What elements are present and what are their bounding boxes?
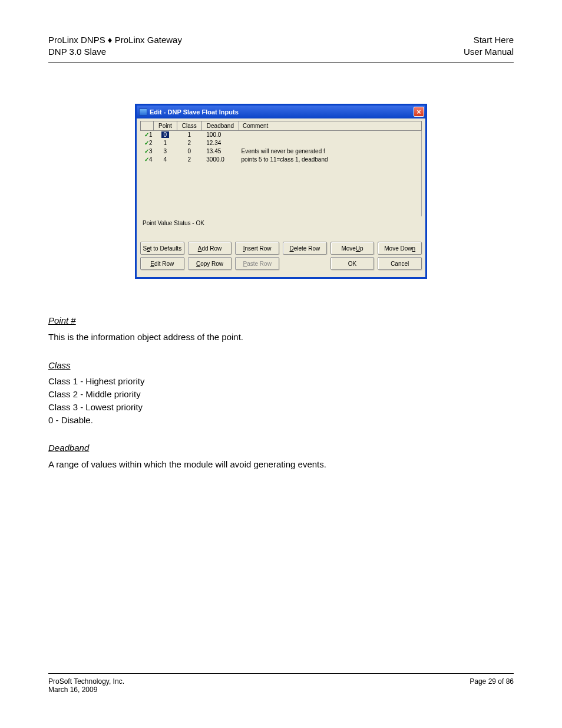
edit-row-button[interactable]: Edit Row (140, 257, 184, 270)
paste-row-button[interactable]: Paste Row (235, 257, 279, 270)
body-text: Point # This is the information object a… (48, 314, 514, 471)
check-icon: ✓ (144, 156, 149, 163)
copy-row-button[interactable]: Copy Row (188, 257, 232, 270)
footer-page: Page 29 of 86 (470, 677, 514, 694)
footer-company: ProSoft Technology, Inc. (48, 677, 124, 686)
window-title: Edit - DNP Slave Float Inputs (150, 108, 239, 116)
status-text: Point Value Status - OK (137, 216, 425, 242)
page-footer: ProSoft Technology, Inc. March 16, 2009 … (48, 673, 514, 694)
check-icon: ✓ (144, 140, 149, 146)
titlebar: Edit - DNP Slave Float Inputs × (137, 106, 425, 118)
col-deadband[interactable]: Deadband (201, 121, 239, 130)
move-up-button[interactable]: Move Up (330, 242, 375, 255)
selected-cell: 0 (161, 131, 170, 138)
header-product: ProLinx DNPS ♦ ProLinx Gateway (48, 34, 182, 46)
heading-class: Class (48, 359, 514, 372)
para-class-1: Class 1 - Highest priority (48, 375, 514, 388)
para-deadband: A range of values within which the modul… (48, 458, 514, 471)
data-grid[interactable]: Point Class Deadband Comment ✓1 0 1 100.… (140, 121, 422, 217)
header-section: Start Here (464, 34, 514, 46)
table-row[interactable]: ✓4 4 2 3000.0 points 5 to 11=class 1, de… (141, 155, 422, 163)
header-doc: User Manual (464, 46, 514, 58)
header-right: Start Here User Manual (464, 34, 514, 58)
col-point[interactable]: Point (154, 121, 177, 130)
header-left: ProLinx DNPS ♦ ProLinx Gateway DNP 3.0 S… (48, 34, 182, 58)
para-class-3: Class 3 - Lowest priority (48, 401, 514, 414)
para-class-4: 0 - Disable. (48, 414, 514, 427)
close-icon: × (416, 108, 421, 116)
table-row[interactable]: ✓1 0 1 100.0 (141, 130, 422, 139)
check-icon: ✓ (144, 131, 149, 138)
col-blank[interactable] (141, 121, 154, 130)
ok-button[interactable]: OK (330, 257, 375, 270)
para-point: This is the information object address o… (48, 331, 514, 344)
move-down-button[interactable]: Move Down (378, 242, 422, 255)
table-row[interactable]: ✓2 1 2 12.34 (141, 139, 422, 147)
add-row-button[interactable]: Add Row (188, 242, 232, 255)
button-area: Set to Defaults Add Row Insert Row Delet… (137, 242, 425, 277)
dialog-window: Edit - DNP Slave Float Inputs × Point Cl… (135, 104, 427, 279)
set-defaults-button[interactable]: Set to Defaults (140, 242, 184, 255)
window-icon (139, 108, 147, 116)
check-icon: ✓ (144, 148, 149, 154)
close-button[interactable]: × (414, 107, 424, 117)
col-class[interactable]: Class (177, 121, 201, 130)
heading-deadband: Deadband (48, 442, 514, 454)
page-header: ProLinx DNPS ♦ ProLinx Gateway DNP 3.0 S… (48, 34, 514, 62)
delete-row-button[interactable]: Delete Row (283, 242, 327, 255)
col-comment[interactable]: Comment (239, 121, 421, 130)
table-row[interactable]: ✓3 3 0 13.45 Events will never be genera… (141, 147, 422, 155)
grid-area: Point Class Deadband Comment ✓1 0 1 100.… (137, 118, 425, 217)
header-subtitle: DNP 3.0 Slave (48, 46, 182, 58)
cancel-button[interactable]: Cancel (378, 257, 422, 270)
heading-point: Point # (48, 314, 514, 327)
para-class-2: Class 2 - Middle priority (48, 388, 514, 401)
insert-row-button[interactable]: Insert Row (235, 242, 279, 255)
footer-date: March 16, 2009 (48, 686, 124, 694)
